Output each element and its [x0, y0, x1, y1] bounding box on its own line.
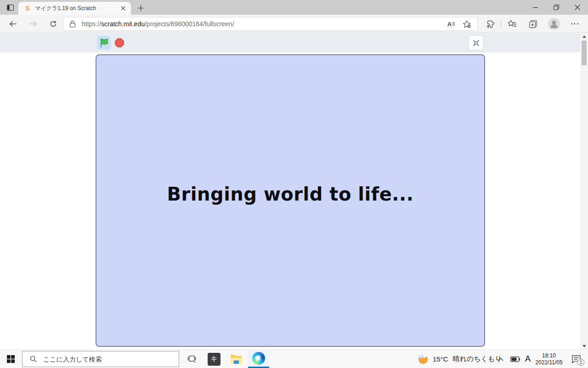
page-scrollbar[interactable] — [580, 33, 588, 350]
windows-logo-icon — [7, 355, 15, 363]
tab-actions-icon — [7, 5, 14, 11]
browser-toolbar: https://scratch.mit.edu/projects/6980001… — [0, 15, 588, 33]
stop-octagon-icon — [114, 38, 124, 48]
action-center-button[interactable]: 1 — [567, 350, 585, 368]
weather-temperature: 15°C — [433, 355, 448, 363]
collections-button[interactable] — [526, 18, 539, 29]
battery-icon — [510, 356, 520, 362]
taskbar-weather[interactable]: 15°C 晴れのちくもり — [417, 350, 502, 368]
scrollbar-thumb[interactable] — [582, 40, 587, 65]
pinned-app-button[interactable]: キ — [204, 350, 224, 368]
page-content: Bringing world to life... — [0, 33, 580, 350]
collapse-icon — [472, 39, 480, 47]
window-controls — [525, 0, 588, 15]
edge-taskbar-button[interactable] — [248, 350, 269, 368]
scroll-up-icon — [582, 35, 586, 38]
search-icon — [30, 356, 37, 362]
tab-actions-menu-button[interactable] — [4, 2, 17, 13]
green-flag-icon — [99, 38, 109, 48]
notification-badge: 1 — [577, 359, 584, 366]
stage-loading-message: Bringing world to life... — [167, 184, 414, 205]
extensions-button[interactable] — [484, 18, 497, 29]
lock-icon — [70, 21, 75, 28]
url-text: https://scratch.mit.edu/projects/6980001… — [82, 20, 441, 28]
scratch-favicon-icon: S — [24, 5, 31, 12]
clock-date: 2022/11/05 — [535, 359, 562, 366]
edge-logo-icon — [252, 352, 265, 365]
chevron-up-icon — [498, 357, 503, 361]
scratch-stage[interactable]: Bringing world to life... — [96, 54, 485, 347]
taskbar-clock[interactable]: 18:10 2022/11/05 — [532, 350, 566, 368]
url-domain: scratch.mit.edu — [101, 20, 145, 28]
stop-button[interactable] — [113, 36, 126, 50]
task-view-button[interactable] — [182, 350, 201, 368]
profile-avatar[interactable] — [548, 18, 560, 29]
close-window-button[interactable] — [567, 0, 588, 15]
tab-close-button[interactable] — [119, 4, 127, 12]
address-bar[interactable]: https://scratch.mit.edu/projects/6980001… — [63, 17, 478, 31]
back-button[interactable] — [6, 18, 19, 30]
file-explorer-icon — [230, 354, 243, 364]
start-button[interactable] — [0, 350, 21, 368]
show-hidden-icons-button[interactable] — [494, 350, 506, 368]
task-view-icon — [187, 355, 196, 363]
clock-time: 18:10 — [542, 352, 556, 359]
add-favorite-button[interactable] — [461, 18, 473, 29]
browser-titlebar: S マイクラ1.19 on Scratch — [0, 0, 588, 15]
toolbar-divider — [501, 20, 501, 28]
windows-taskbar: キ 15°C 晴れのちくもり A 18:10 2022/11/05 — [0, 350, 588, 368]
restore-button[interactable] — [546, 0, 567, 15]
read-aloud-button[interactable]: A — [445, 18, 457, 29]
green-flag-button[interactable] — [97, 36, 111, 50]
settings-more-button[interactable]: ··· — [569, 18, 582, 29]
new-tab-button[interactable] — [135, 2, 147, 13]
battery-indicator[interactable] — [508, 350, 522, 368]
file-explorer-button[interactable] — [226, 350, 246, 368]
weather-icon — [417, 353, 429, 365]
forward-button[interactable] — [27, 18, 40, 30]
scroll-up-button[interactable] — [580, 33, 588, 40]
favorites-button[interactable] — [506, 18, 519, 29]
browser-tab[interactable]: S マイクラ1.19 on Scratch — [18, 2, 131, 15]
url-path: /projects/698000164/fullscreen/ — [145, 20, 234, 28]
exit-fullscreen-button[interactable] — [469, 35, 483, 50]
taskbar-search-box[interactable] — [22, 351, 179, 367]
pinned-app-icon: キ — [208, 353, 220, 366]
search-input[interactable] — [43, 356, 158, 363]
url-protocol: https:// — [82, 20, 101, 28]
scroll-down-icon — [582, 345, 586, 347]
refresh-button[interactable] — [47, 18, 60, 30]
minimize-button[interactable] — [525, 0, 546, 15]
scroll-down-button[interactable] — [580, 343, 588, 350]
tab-title: マイクラ1.19 on Scratch — [35, 5, 119, 12]
scratch-player-header — [0, 33, 580, 52]
